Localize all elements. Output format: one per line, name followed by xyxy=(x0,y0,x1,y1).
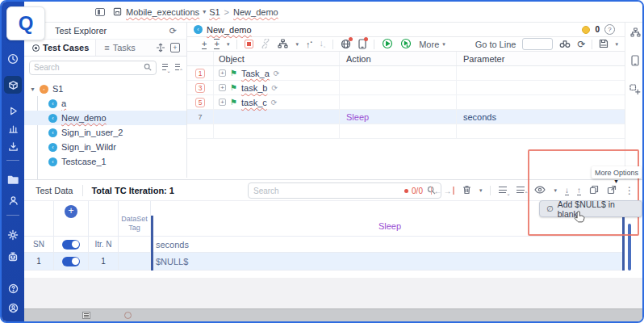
tree-node-testcase-selected[interactable]: ‹ New_demo xyxy=(24,111,186,125)
add-object-icon[interactable] xyxy=(625,84,644,95)
parameter-cell[interactable] xyxy=(456,95,625,109)
object-repository-icon[interactable] xyxy=(625,27,644,37)
more-menu-button[interactable]: More ▾ xyxy=(419,40,445,49)
parameter-cell[interactable] xyxy=(456,81,625,94)
move-step-up-icon[interactable]: ↑▪ xyxy=(306,40,312,49)
save-icon[interactable] xyxy=(599,39,608,50)
parameter-cell[interactable]: seconds xyxy=(456,110,625,124)
status-record-icon[interactable] xyxy=(124,312,132,319)
tree-node-testcase[interactable]: ‹ Sign_in_user_2 xyxy=(24,125,186,140)
step-row-empty[interactable] xyxy=(187,124,625,139)
task-name[interactable]: task_b xyxy=(241,83,267,93)
run-play-icon[interactable] xyxy=(2,106,24,116)
sync-icon[interactable]: ⟳ xyxy=(274,69,280,78)
delete-step-icon[interactable] xyxy=(245,40,253,48)
reports-chart-icon[interactable] xyxy=(2,124,24,134)
add-testcase-icon[interactable]: + xyxy=(170,43,180,52)
device-viewer-icon[interactable] xyxy=(625,55,644,66)
app-logo[interactable]: Q xyxy=(6,6,45,40)
add-iteration-button[interactable]: + xyxy=(65,205,77,218)
tree-node-testcase[interactable]: ‹ Sign_in_Wildr xyxy=(24,140,186,154)
panel-toggle-icon[interactable] xyxy=(95,8,105,16)
find-binoculars-icon[interactable] xyxy=(559,39,571,50)
expand-task-icon[interactable]: + xyxy=(219,69,226,77)
next-match-icon[interactable]: → xyxy=(443,187,451,195)
field-header-cell[interactable]: seconds xyxy=(151,237,625,253)
tree-node-suite[interactable]: ▼ ◦ S1 xyxy=(24,82,186,96)
column-header-parameter[interactable]: Parameter xyxy=(456,52,625,65)
collapse-tree-icon[interactable] xyxy=(156,43,165,52)
help-icon[interactable] xyxy=(2,283,24,294)
device-objects-icon[interactable] xyxy=(358,39,366,49)
task-name[interactable]: Task_a xyxy=(241,69,270,78)
breadcrumb-project[interactable]: Mobile_executions xyxy=(126,7,199,17)
status-list-icon[interactable] xyxy=(82,312,90,319)
tree-node-testcase[interactable]: ‹ a xyxy=(24,96,186,111)
expand-task-icon[interactable]: + xyxy=(219,84,226,91)
chevron-down-icon[interactable]: ▾ xyxy=(295,41,299,48)
add-step-above-icon[interactable]: + xyxy=(202,40,207,49)
enable-all-toggle[interactable] xyxy=(62,240,80,250)
data-row[interactable]: 1 1 $NULL$ xyxy=(24,253,625,271)
refresh-icon[interactable]: ⟳ xyxy=(169,26,177,36)
step-row-selected[interactable]: 7 Sleep seconds xyxy=(187,110,625,124)
tab-tasks[interactable]: ≡ Tasks xyxy=(96,43,144,52)
step-row[interactable]: 3 + ⚑ task_b ⟳ xyxy=(187,81,625,95)
add-null-menu-item[interactable]: ∅ Add $NULL$ in blank xyxy=(539,200,642,217)
warning-dot-icon[interactable] xyxy=(582,26,590,34)
chevron-down-icon[interactable]: ▾ xyxy=(227,41,230,48)
settings-gear-icon[interactable] xyxy=(2,229,24,241)
web-objects-icon[interactable] xyxy=(341,39,351,49)
account-avatar-icon[interactable] xyxy=(2,303,24,313)
column-header-action[interactable]: Action xyxy=(339,52,456,65)
expand-task-icon[interactable]: + xyxy=(219,99,226,106)
chevron-down-icon[interactable]: ▾ xyxy=(479,187,483,194)
step-row[interactable]: 1 + ⚑ Task_a ⟳ xyxy=(187,66,625,81)
import-download-icon[interactable] xyxy=(2,141,24,152)
object-cell[interactable] xyxy=(213,110,339,124)
users-person-icon[interactable] xyxy=(2,195,24,206)
collapse-rows-icon[interactable]: ⌄ xyxy=(499,186,508,195)
expand-all-icon[interactable]: ⌃ xyxy=(175,63,182,73)
action-cell[interactable] xyxy=(339,66,456,80)
chevron-down-icon[interactable]: ▾ xyxy=(203,8,206,15)
package-icon[interactable] xyxy=(4,80,22,90)
files-folder-icon[interactable] xyxy=(2,174,24,185)
action-cell[interactable] xyxy=(339,95,456,109)
search-icon[interactable] xyxy=(144,63,152,73)
chevron-down-icon[interactable]: ▾ xyxy=(615,41,618,48)
move-step-down-icon[interactable]: ↓▫ xyxy=(320,38,326,49)
step-row[interactable]: 5 + ⚑ task_c ⟳ xyxy=(187,95,625,110)
tab-new-demo[interactable]: ‹ New_demo xyxy=(194,25,252,35)
data-value-cell[interactable]: $NULL$ xyxy=(151,253,625,271)
run-icon[interactable] xyxy=(382,38,393,51)
delete-row-icon[interactable] xyxy=(462,185,471,196)
test-data-search-input[interactable] xyxy=(253,187,427,195)
dataset-tag-value[interactable] xyxy=(119,253,151,271)
action-cell[interactable] xyxy=(339,81,456,94)
run-with-data-icon[interactable] xyxy=(400,38,412,51)
flow-hierarchy-icon[interactable] xyxy=(278,39,288,50)
breadcrumb-suite[interactable]: S1 xyxy=(209,7,220,17)
sync-icon[interactable]: ⟳ xyxy=(271,84,278,92)
expand-rows-icon[interactable]: ⌃ xyxy=(516,186,526,195)
bot-robot-icon[interactable] xyxy=(2,251,24,262)
row-enable-toggle[interactable] xyxy=(62,257,80,266)
explorer-search-input[interactable] xyxy=(34,63,140,72)
history-clock-icon[interactable] xyxy=(2,53,24,65)
tree-node-testcase[interactable]: ‹ Testcase_1 xyxy=(24,154,186,169)
goto-line-input[interactable] xyxy=(522,38,553,50)
add-step-below-icon[interactable]: + xyxy=(214,39,219,49)
help-icon[interactable]: ? xyxy=(604,24,615,35)
tab-test-cases[interactable]: Test Cases xyxy=(24,40,96,56)
unlink-icon[interactable] xyxy=(261,39,270,50)
refresh-icon[interactable]: ⟳ xyxy=(577,39,585,50)
action-cell[interactable]: Sleep xyxy=(339,110,456,124)
caret-down-icon[interactable]: ▼ xyxy=(30,86,36,92)
parameter-cell[interactable] xyxy=(456,66,625,80)
collapse-all-icon[interactable]: ⌄ xyxy=(162,63,169,73)
task-name[interactable]: task_c xyxy=(241,98,267,107)
sync-icon[interactable]: ⟳ xyxy=(271,99,278,107)
column-header-object[interactable]: Object xyxy=(213,52,339,65)
prev-match-icon[interactable]: ← xyxy=(433,187,441,195)
